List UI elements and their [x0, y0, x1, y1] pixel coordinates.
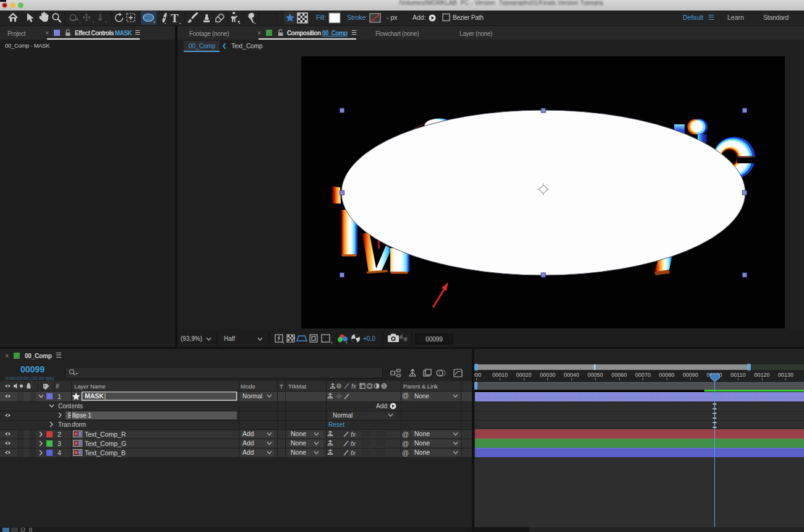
svg-text:0000: 0000 [474, 372, 481, 378]
svg-text:00130: 00130 [778, 372, 793, 378]
svg-text:00110: 00110 [730, 372, 745, 378]
svg-text:Bezier Path: Bezier Path [453, 14, 484, 21]
svg-text:00060: 00060 [611, 372, 627, 378]
svg-text:00040: 00040 [563, 372, 579, 378]
svg-text:Add:: Add: [413, 14, 426, 21]
svg-text:Stroke:: Stroke: [347, 14, 367, 21]
svg-text:00030: 00030 [540, 372, 555, 378]
svg-text:Half: Half [224, 335, 235, 342]
svg-text:00120: 00120 [754, 372, 769, 378]
svg-text:00090: 00090 [683, 372, 698, 378]
svg-text:00080: 00080 [659, 372, 674, 378]
svg-text:00010: 00010 [492, 372, 508, 378]
svg-text:Learn: Learn [727, 14, 744, 21]
svg-text:00070: 00070 [635, 372, 651, 378]
svg-text:T: T [171, 12, 179, 25]
svg-text:- px: - px [387, 14, 398, 21]
svg-text:Default: Default [683, 14, 703, 21]
svg-text:00020: 00020 [516, 372, 531, 378]
svg-text:+0,0: +0,0 [363, 335, 375, 342]
svg-text:Standard: Standard [763, 14, 789, 21]
svg-text:(93,9%): (93,9%) [181, 335, 202, 342]
svg-text:Fill:: Fill: [316, 14, 326, 21]
svg-text:00099: 00099 [426, 336, 443, 343]
svg-text:00050: 00050 [588, 372, 603, 378]
svg-text:☰: ☰ [708, 14, 714, 21]
